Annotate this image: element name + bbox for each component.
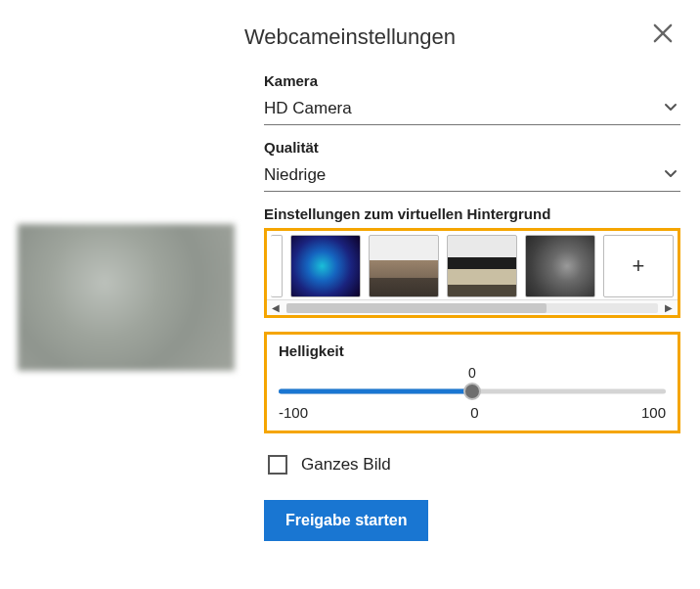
virtual-bg-add-button[interactable]: + [603, 235, 674, 297]
dialog-title: Webcameinstellungen [244, 24, 456, 50]
scroll-left-arrow-icon[interactable]: ◀ [267, 302, 284, 313]
quality-select-value: Niedrige [264, 165, 326, 185]
virtual-bg-option-meeting-room[interactable] [447, 235, 517, 297]
brightness-min: -100 [279, 404, 308, 421]
scroll-right-arrow-icon[interactable]: ▶ [660, 302, 678, 313]
virtual-bg-option-prev[interactable] [271, 235, 283, 297]
start-share-label: Freigabe starten [285, 512, 407, 528]
quality-label: Qualität [264, 139, 680, 156]
settings-column: Kamera HD Camera Qualität Niedrige Einst… [264, 72, 682, 541]
brightness-mid: 0 [470, 404, 478, 421]
brightness-label: Helligkeit [279, 342, 666, 359]
brightness-max: 100 [641, 404, 666, 421]
start-share-button[interactable]: Freigabe starten [264, 500, 428, 541]
slider-handle[interactable] [463, 383, 481, 400]
close-icon [649, 20, 677, 47]
brightness-current-value: 0 [279, 365, 666, 381]
quality-select[interactable]: Niedrige [264, 161, 680, 192]
virtual-bg-option-galaxy[interactable] [290, 235, 361, 297]
camera-label: Kamera [264, 72, 680, 89]
chevron-down-icon [663, 165, 678, 185]
scroll-track[interactable] [286, 303, 658, 313]
virtual-bg-scrollbar[interactable]: ◀ ▶ [267, 299, 678, 315]
slider-fill [279, 389, 472, 394]
brightness-scale: -100 0 100 [279, 404, 666, 421]
virtual-background-section: + ◀ ▶ [264, 228, 680, 318]
virtual-background-label: Einstellungen zum virtuellen Hintergrund [264, 205, 680, 222]
camera-select-value: HD Camera [264, 99, 352, 118]
brightness-section: Helligkeit 0 -100 0 100 [264, 332, 680, 433]
dialog-header: Webcameinstellungen [18, 20, 682, 55]
close-button[interactable] [649, 20, 677, 47]
plus-icon: + [633, 253, 645, 279]
virtual-bg-option-abstract[interactable] [525, 235, 595, 297]
chevron-down-icon [663, 99, 678, 118]
whole-image-label: Ganzes Bild [301, 455, 391, 475]
brightness-slider[interactable] [279, 383, 666, 400]
whole-image-row: Ganzes Bild [268, 455, 680, 475]
webcam-preview [18, 224, 235, 371]
whole-image-checkbox[interactable] [268, 455, 287, 475]
virtual-bg-option-office[interactable] [369, 235, 439, 297]
scroll-thumb[interactable] [286, 303, 547, 313]
dialog-body: Kamera HD Camera Qualität Niedrige Einst… [18, 72, 682, 541]
webcam-settings-dialog: Webcameinstellungen Kamera HD Camera Qua… [0, 0, 700, 561]
camera-select[interactable]: HD Camera [264, 95, 680, 125]
virtual-background-thumbnails: + [267, 231, 678, 299]
